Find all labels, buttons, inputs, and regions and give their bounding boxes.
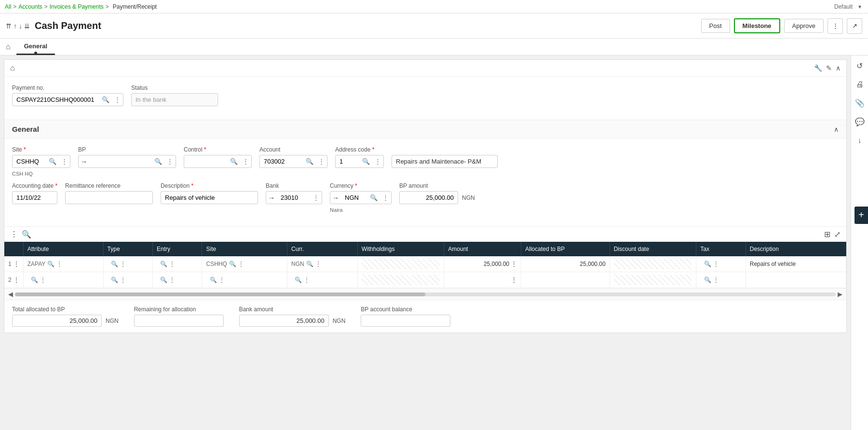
tab-general[interactable]: General	[16, 39, 55, 55]
payment-no-more-icon[interactable]: ⋮	[112, 94, 123, 105]
row1-curr-more[interactable]: ⋮	[315, 261, 321, 267]
site-input[interactable]	[13, 155, 46, 167]
address-code-input[interactable]	[336, 155, 360, 167]
nav-last[interactable]: ⇊	[24, 22, 30, 30]
row1-attr-search[interactable]: 🔍	[47, 261, 54, 267]
breadcrumb-all[interactable]: All	[5, 3, 11, 10]
row2-entry-more[interactable]: ⋮	[169, 277, 175, 283]
address-code-more-icon[interactable]: ⋮	[372, 156, 383, 167]
bp-search-icon[interactable]: 🔍	[152, 156, 164, 167]
site-search-icon[interactable]: 🔍	[46, 156, 59, 167]
site-field: Site * 🔍 ⋮ CSH HQ	[12, 146, 70, 177]
currency-search-icon[interactable]: 🔍	[367, 192, 380, 203]
bp-amount-input[interactable]	[400, 192, 458, 204]
account-more-icon[interactable]: ⋮	[316, 156, 327, 167]
sidebar-refresh-icon[interactable]: ↺	[854, 59, 865, 72]
accounting-date-input[interactable]	[13, 192, 56, 204]
table-fullscreen-icon[interactable]: ⤢	[834, 230, 841, 239]
plus-button[interactable]: +	[854, 207, 868, 224]
nav-prev[interactable]: ↑	[14, 22, 17, 30]
account-search-icon[interactable]: 🔍	[303, 156, 316, 167]
row1-amount-more[interactable]: ⋮	[511, 261, 517, 267]
row2-attr-more[interactable]: ⋮	[40, 277, 46, 283]
sidebar-printer-icon[interactable]: 🖨	[854, 78, 866, 91]
row2-type-more[interactable]: ⋮	[120, 277, 126, 283]
remittance-input[interactable]	[66, 192, 152, 204]
sidebar-comment-icon[interactable]: 💬	[853, 115, 867, 128]
row1-type-search[interactable]: 🔍	[111, 261, 118, 267]
row1-entry-search[interactable]: 🔍	[160, 261, 167, 267]
bank-more-icon[interactable]: ⋮	[311, 192, 322, 203]
bank-amount-input[interactable]	[239, 315, 329, 327]
row2-attr-search[interactable]: 🔍	[31, 277, 38, 283]
payment-no-search-icon[interactable]: 🔍	[99, 94, 112, 105]
row1-more-icon[interactable]: ⋮	[14, 261, 19, 267]
row2-site-more[interactable]: ⋮	[219, 277, 225, 283]
row2-curr-more[interactable]: ⋮	[304, 277, 310, 283]
general-collapse-icon[interactable]: ∧	[834, 125, 839, 133]
nav-next[interactable]: ↓	[19, 22, 22, 30]
row2-tax-search[interactable]: 🔍	[704, 277, 711, 283]
breadcrumb-accounts[interactable]: Accounts	[18, 3, 42, 10]
sidebar-paperclip-icon[interactable]: 📎	[853, 97, 867, 110]
card-home-icon[interactable]: ⌂	[10, 64, 15, 72]
bp-input[interactable]	[89, 155, 152, 167]
account-input[interactable]	[260, 155, 303, 167]
row1-attr-more[interactable]: ⋮	[56, 261, 62, 267]
table-settings-icon[interactable]: ⋮	[10, 230, 18, 239]
bank-input[interactable]	[277, 192, 311, 204]
row1-attribute: ZAPAY 🔍 ⋮	[23, 256, 103, 272]
address-code-search-icon[interactable]: 🔍	[360, 156, 372, 167]
control-input[interactable]	[184, 155, 228, 167]
control-more-icon[interactable]: ⋮	[240, 156, 251, 167]
wrench-icon[interactable]: 🔧	[814, 64, 822, 72]
table-toolbar: ⋮ 🔍 ⊞ ⤢	[4, 226, 846, 242]
row1-entry-more[interactable]: ⋮	[169, 261, 175, 267]
default-dropdown[interactable]: Default ▾	[832, 3, 863, 10]
collapse-icon[interactable]: ∧	[836, 64, 841, 72]
row2-site-search[interactable]: 🔍	[210, 277, 217, 283]
bp-balance-input[interactable]	[361, 315, 450, 327]
row2-amount-more[interactable]: ⋮	[511, 277, 517, 283]
table-search-icon[interactable]: 🔍	[22, 230, 31, 239]
total-allocated-input[interactable]	[12, 315, 102, 327]
more-options-button[interactable]: ⋮	[827, 18, 843, 34]
scroll-right-icon[interactable]: ▶	[838, 291, 842, 298]
milestone-button[interactable]: Milestone	[734, 18, 780, 33]
site-more-icon[interactable]: ⋮	[59, 156, 70, 167]
row2-curr-search[interactable]: 🔍	[295, 277, 302, 283]
row2-entry-search[interactable]: 🔍	[160, 277, 167, 283]
row1-tax: 🔍 ⋮	[696, 256, 746, 272]
description-input[interactable]	[161, 192, 258, 204]
scroll-left-icon[interactable]: ◀	[8, 291, 13, 298]
row2-type-search[interactable]: 🔍	[111, 277, 118, 283]
row1-tax-search[interactable]: 🔍	[704, 261, 711, 267]
breadcrumb-invoices[interactable]: Invoices & Payments	[50, 3, 104, 10]
currency-more-icon[interactable]: ⋮	[380, 192, 391, 203]
control-search-icon[interactable]: 🔍	[228, 156, 240, 167]
sidebar-download-icon[interactable]: ↓	[856, 134, 864, 147]
row1-type-more[interactable]: ⋮	[120, 261, 126, 267]
remaining-input[interactable]	[134, 315, 224, 327]
row1-tax-more[interactable]: ⋮	[713, 261, 719, 267]
row2-curr: 🔍 ⋮	[287, 272, 358, 288]
row2-description	[746, 272, 846, 288]
approve-button[interactable]: Approve	[784, 19, 824, 33]
footer-summary: Total allocated to BP NGN Remaining for …	[4, 300, 846, 333]
nav-first[interactable]: ⇈	[6, 22, 12, 30]
account-label: Account	[259, 146, 327, 153]
post-button[interactable]: Post	[701, 19, 730, 33]
payment-no-input[interactable]	[13, 94, 99, 106]
row1-withholdings-bg	[362, 259, 440, 269]
edit-icon[interactable]: ✎	[826, 64, 832, 72]
currency-input[interactable]	[341, 192, 367, 204]
row2-tax-more[interactable]: ⋮	[713, 277, 719, 283]
row1-site-search[interactable]: 🔍	[229, 261, 236, 267]
table-stack-icon[interactable]: ⊞	[824, 230, 830, 239]
tab-home-icon[interactable]: ⌂	[6, 42, 11, 51]
bp-more-icon[interactable]: ⋮	[164, 156, 176, 167]
row1-curr-search[interactable]: 🔍	[306, 261, 313, 267]
row1-site-more[interactable]: ⋮	[238, 261, 244, 267]
row2-more-icon[interactable]: ⋮	[14, 277, 19, 283]
export-button[interactable]: ↗	[847, 18, 862, 34]
